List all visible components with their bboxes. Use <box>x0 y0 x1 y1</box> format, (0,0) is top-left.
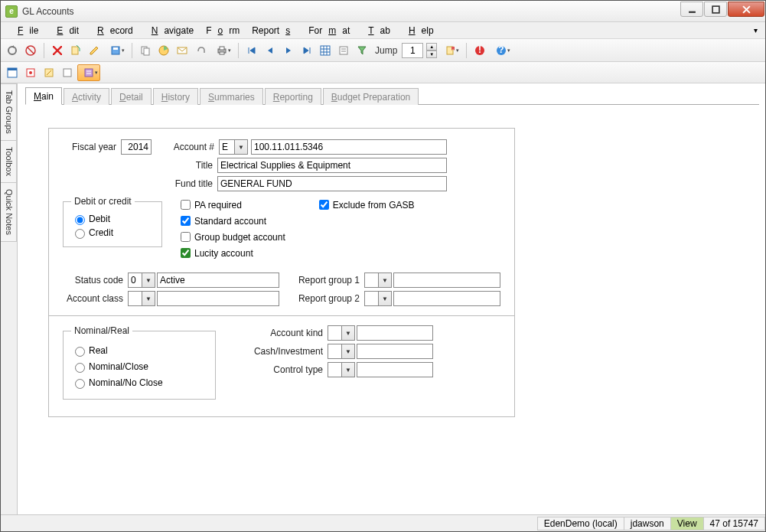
bookmark-dropdown-icon[interactable] <box>438 42 461 59</box>
menu-help[interactable]: Help <box>396 24 440 38</box>
menu-file[interactable]: File <box>5 24 44 38</box>
help-dropdown-icon[interactable]: ? <box>490 42 513 59</box>
copy-icon[interactable] <box>137 42 154 59</box>
attachment-icon[interactable] <box>192 42 209 59</box>
status-code-input[interactable] <box>128 273 142 288</box>
mail-icon[interactable] <box>174 42 191 59</box>
tab-main[interactable]: Main <box>25 87 62 105</box>
view2-icon[interactable] <box>22 64 39 81</box>
menu-overflow[interactable]: ▾ <box>748 24 761 36</box>
account-kind-dropdown[interactable]: ▼ <box>341 325 355 341</box>
svg-rect-38 <box>85 69 93 77</box>
maximize-button[interactable] <box>704 2 727 17</box>
next-record-icon[interactable] <box>280 42 297 59</box>
titlebar: e GL Accounts <box>1 1 765 22</box>
view4-icon[interactable] <box>59 64 76 81</box>
first-record-icon[interactable] <box>243 42 260 59</box>
account-class-code[interactable] <box>128 291 142 306</box>
sidetab-toolbox[interactable]: Toolbox <box>1 140 17 183</box>
report-group2-input[interactable] <box>393 291 500 306</box>
menu-reports[interactable]: Reports <box>246 24 302 38</box>
account-class-input[interactable] <box>157 291 279 306</box>
report-group1-dropdown[interactable]: ▼ <box>378 273 392 288</box>
tab-budget-preparation[interactable]: Budget Preparation <box>323 88 419 105</box>
menu-tab[interactable]: Tab <box>356 24 396 38</box>
cash-inv-input[interactable] <box>357 344 433 359</box>
menu-format[interactable]: Format <box>302 24 356 38</box>
status-code-label: Status code <box>63 275 123 286</box>
fiscal-year-input[interactable] <box>121 139 152 155</box>
close-button[interactable] <box>728 2 764 17</box>
control-type-input[interactable] <box>357 362 433 377</box>
pa-required-check[interactable]: PA required <box>178 197 285 212</box>
title-input[interactable] <box>217 158 447 173</box>
real-radio[interactable]: Real <box>71 344 207 357</box>
nominal-real-group: Nominal/Real Real Nominal/Close Nominal/… <box>63 325 216 400</box>
nominal-noclose-radio[interactable]: Nominal/No Close <box>71 377 207 389</box>
account-kind-code[interactable] <box>328 325 341 341</box>
alert-icon[interactable]: ! <box>471 42 488 59</box>
exclude-gasb-check[interactable]: Exclude from GASB <box>316 197 415 212</box>
debit-radio[interactable]: Debit <box>71 213 154 225</box>
jump-input[interactable] <box>402 43 423 58</box>
report-group1-code[interactable] <box>364 273 378 288</box>
print-dropdown-icon[interactable] <box>210 42 233 59</box>
view3-icon[interactable] <box>41 64 57 81</box>
svg-line-6 <box>28 47 34 54</box>
sidetab-tab-groups[interactable]: Tab Groups <box>1 83 17 141</box>
svg-rect-9 <box>72 47 78 54</box>
lucity-account-check[interactable]: Lucity account <box>178 246 285 260</box>
side-tabs: Tab Groups Toolbox Quick Notes <box>1 83 18 514</box>
report-group2-dropdown[interactable]: ▼ <box>378 291 392 306</box>
view5-icon[interactable] <box>77 64 100 81</box>
form-icon[interactable] <box>335 42 352 59</box>
account-prefix-input[interactable] <box>219 139 234 155</box>
fund-title-input[interactable] <box>217 176 447 191</box>
report-group2-code[interactable] <box>364 291 378 306</box>
delete-icon[interactable] <box>49 42 66 59</box>
cash-inv-label: Cash/Investment <box>246 346 323 357</box>
account-prefix-dropdown[interactable]: ▼ <box>234 139 248 155</box>
tab-summaries[interactable]: Summaries <box>200 88 263 105</box>
menu-navigate[interactable]: Navigate <box>139 24 200 38</box>
refresh-icon[interactable] <box>4 42 21 59</box>
save-dropdown-icon[interactable] <box>104 42 127 59</box>
svg-rect-1 <box>712 6 719 13</box>
tab-activity[interactable]: Activity <box>64 88 109 105</box>
stop-icon[interactable] <box>22 42 39 59</box>
credit-radio[interactable]: Credit <box>71 227 154 239</box>
status-text-input[interactable] <box>157 273 279 288</box>
tab-detail[interactable]: Detail <box>111 88 152 105</box>
account-class-dropdown[interactable]: ▼ <box>142 291 155 306</box>
tab-reporting[interactable]: Reporting <box>265 88 321 105</box>
menu-edit[interactable]: Edit <box>44 24 85 38</box>
report-group1-input[interactable] <box>393 273 500 288</box>
group-budget-check[interactable]: Group budget account <box>178 230 285 244</box>
menu-form[interactable]: Form <box>200 24 246 38</box>
filter-icon[interactable] <box>354 42 370 59</box>
account-kind-input[interactable] <box>357 325 433 341</box>
control-type-code[interactable] <box>328 362 341 377</box>
svg-rect-17 <box>220 47 224 50</box>
title-label: Title <box>63 160 213 171</box>
jump-spinner[interactable]: ▲▼ <box>426 43 437 58</box>
menu-record[interactable]: Record <box>85 24 139 38</box>
cash-inv-dropdown[interactable]: ▼ <box>341 344 355 359</box>
standard-account-check[interactable]: Standard account <box>178 214 285 228</box>
svg-rect-24 <box>340 47 347 54</box>
status-code-dropdown[interactable]: ▼ <box>142 273 155 288</box>
account-num-input[interactable] <box>251 139 447 155</box>
view1-icon[interactable] <box>4 64 21 81</box>
edit-icon[interactable] <box>86 42 103 59</box>
chart-icon[interactable] <box>155 42 172 59</box>
control-type-dropdown[interactable]: ▼ <box>341 362 355 377</box>
nominal-close-radio[interactable]: Nominal/Close <box>71 361 207 373</box>
minimize-button[interactable] <box>680 2 703 17</box>
new-record-icon[interactable] <box>67 42 84 59</box>
prev-record-icon[interactable] <box>262 42 279 59</box>
tab-history[interactable]: History <box>153 88 198 105</box>
last-record-icon[interactable] <box>298 42 315 59</box>
cash-inv-code[interactable] <box>328 344 341 359</box>
grid-icon[interactable] <box>317 42 334 59</box>
sidetab-quick-notes[interactable]: Quick Notes <box>1 182 17 242</box>
